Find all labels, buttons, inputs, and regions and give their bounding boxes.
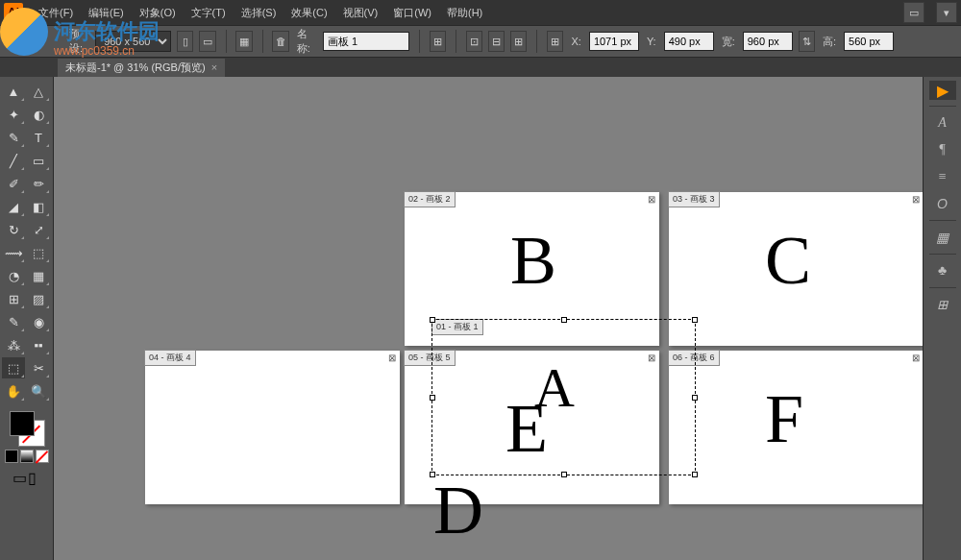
direct-selection-tool[interactable]: △ — [27, 81, 50, 102]
column-graph-tool[interactable]: ▪▪ — [27, 334, 50, 355]
character-panel-icon[interactable]: A — [930, 112, 955, 134]
slice-tool[interactable]: ✂ — [27, 357, 50, 378]
menu-effect[interactable]: 效果(C) — [283, 6, 334, 20]
mesh-tool[interactable]: ⊞ — [2, 288, 25, 309]
orient-portrait-icon[interactable]: ▯ — [177, 31, 193, 52]
artboard[interactable]: 04 - 画板 4 ⊠ — [145, 351, 400, 504]
line-tool[interactable]: ╱ — [2, 150, 25, 171]
canvas[interactable]: 02 - 画板 2 ⊠ B03 - 画板 3 ⊠ C04 - 画板 4 ⊠ 05… — [54, 77, 961, 560]
glyphs-panel-icon[interactable]: O — [930, 193, 955, 214]
align-icon-4[interactable]: ⊞ — [510, 31, 527, 52]
y-label: Y: — [647, 36, 656, 47]
new-artboard-icon[interactable]: ▦ — [235, 31, 252, 52]
free-transform-tool[interactable]: ⬚ — [27, 242, 50, 263]
artboard-label: 02 - 画板 2 — [404, 191, 456, 207]
artboard-close-icon[interactable]: ⊠ — [388, 353, 398, 362]
blob-brush-tool[interactable]: ◢ — [2, 196, 25, 217]
gradient-tool[interactable]: ▨ — [27, 288, 50, 309]
artboard-label: 01 - 画板 1 — [431, 319, 483, 335]
gradient-mode-icon[interactable] — [20, 450, 34, 463]
artboard[interactable]: 03 - 画板 3 ⊠ C — [669, 192, 924, 346]
artboard-tool[interactable]: ⬚ — [2, 357, 25, 378]
color-mode-icon[interactable] — [5, 450, 18, 463]
name-input[interactable] — [323, 32, 409, 51]
artboard-close-icon[interactable]: ⊠ — [912, 353, 922, 362]
doc-tab[interactable]: 未标题-1* @ 31% (RGB/预览) × — [58, 59, 225, 77]
fill-stroke-swatch[interactable] — [10, 411, 44, 446]
letter-a: A — [534, 355, 575, 420]
name-label: 名称: — [297, 27, 315, 56]
selection-tool[interactable]: ▲ — [2, 81, 25, 102]
x-label: X: — [571, 36, 580, 47]
reference-point-icon[interactable]: ⊞ — [547, 31, 563, 52]
doc-tab-close-icon[interactable]: × — [211, 61, 217, 73]
type-tool[interactable]: T — [27, 127, 50, 148]
align-icon-3[interactable]: ⊟ — [488, 31, 505, 52]
y-input[interactable] — [664, 32, 714, 51]
hand-tool[interactable]: ✋ — [2, 380, 25, 402]
menu-window[interactable]: 窗口(W) — [385, 6, 439, 20]
align-icon-1[interactable]: ⊞ — [430, 31, 446, 52]
screen-mode-2-icon[interactable]: ▯ — [28, 469, 41, 482]
layout-icon[interactable]: ▭ — [903, 2, 924, 23]
pen-tool[interactable]: ✎ — [2, 127, 25, 148]
perspective-grid-tool[interactable]: ▦ — [27, 265, 50, 286]
h-input[interactable] — [844, 32, 894, 51]
h-label: 高: — [823, 35, 836, 49]
pencil-tool[interactable]: ✏ — [27, 173, 50, 194]
doc-tabs: 未标题-1* @ 31% (RGB/预览) × — [0, 58, 961, 77]
none-mode-icon[interactable] — [36, 450, 49, 463]
lasso-tool[interactable]: ◐ — [27, 104, 50, 125]
orient-landscape-icon[interactable]: ▭ — [199, 31, 215, 52]
artboard-label: 03 - 画板 3 — [668, 191, 720, 207]
right-panel-strip: ▶ A ¶ ≡ O ▦ ♣ ⊞ — [923, 77, 961, 560]
rectangle-tool[interactable]: ▭ — [27, 150, 50, 171]
zoom-tool[interactable]: 🔍 — [27, 380, 50, 402]
blend-tool[interactable]: ◉ — [27, 311, 50, 332]
delete-icon[interactable]: 🗑 — [272, 31, 288, 52]
screen-mode-icon[interactable]: ▭ — [12, 469, 26, 482]
artboard-close-icon[interactable]: ⊠ — [912, 194, 922, 204]
opentype-panel-icon[interactable]: ≡ — [930, 166, 955, 187]
menu-select[interactable]: 选择(S) — [234, 6, 284, 20]
artboard-close-icon[interactable]: ⊠ — [648, 194, 657, 204]
menu-view[interactable]: 视图(V) — [335, 6, 386, 20]
watermark-logo — [0, 8, 48, 56]
menu-type[interactable]: 文字(T) — [184, 6, 234, 20]
eyedropper-tool[interactable]: ✎ — [2, 311, 25, 332]
artboard-letter: B — [510, 221, 556, 301]
watermark-sub: www.pc0359.cn — [54, 44, 135, 58]
w-label: 宽: — [722, 35, 735, 49]
magic-wand-tool[interactable]: ✦ — [2, 104, 25, 125]
watermark-text: 河东软件园 — [54, 17, 160, 46]
paintbrush-tool[interactable]: ✐ — [2, 173, 25, 194]
workspace-icon[interactable]: ▾ — [936, 2, 957, 23]
align-icon-2[interactable]: ⊡ — [466, 31, 482, 52]
watermark: 河东软件园 www.pc0359.cn — [0, 8, 160, 56]
shape-builder-tool[interactable]: ◔ — [2, 265, 25, 286]
play-icon[interactable]: ▶ — [929, 81, 956, 100]
link-wh-icon[interactable]: ⇅ — [799, 31, 815, 52]
letter-d: D — [433, 471, 483, 550]
menu-help[interactable]: 帮助(H) — [439, 6, 490, 20]
artboard-label: 04 - 画板 4 — [144, 350, 196, 366]
scale-tool[interactable]: ⤢ — [27, 219, 50, 240]
brushes-panel-icon[interactable]: ⊞ — [930, 294, 955, 315]
doc-tab-title: 未标题-1* @ 31% (RGB/预览) — [65, 61, 206, 75]
symbol-sprayer-tool[interactable]: ⁂ — [2, 334, 25, 355]
toolbox: ▲△ ✦◐ ✎T ╱▭ ✐✏ ◢◧ ↻⤢ ⟿⬚ ◔▦ ⊞▨ ✎◉ ⁂▪▪ ⬚✂ … — [0, 77, 54, 560]
artboard-letter: C — [765, 221, 811, 301]
rotate-tool[interactable]: ↻ — [2, 219, 25, 240]
fill-swatch[interactable] — [10, 411, 35, 436]
eraser-tool[interactable]: ◧ — [27, 196, 50, 217]
paragraph-panel-icon[interactable]: ¶ — [930, 139, 955, 160]
w-input[interactable] — [743, 32, 793, 51]
x-input[interactable] — [589, 32, 639, 51]
artboard-letter: F — [765, 379, 803, 459]
width-tool[interactable]: ⟿ — [2, 242, 25, 263]
swatches-panel-icon[interactable]: ▦ — [930, 227, 955, 248]
artboard[interactable]: 06 - 画板 6 ⊠ F — [669, 351, 924, 504]
symbols-panel-icon[interactable]: ♣ — [930, 260, 955, 281]
